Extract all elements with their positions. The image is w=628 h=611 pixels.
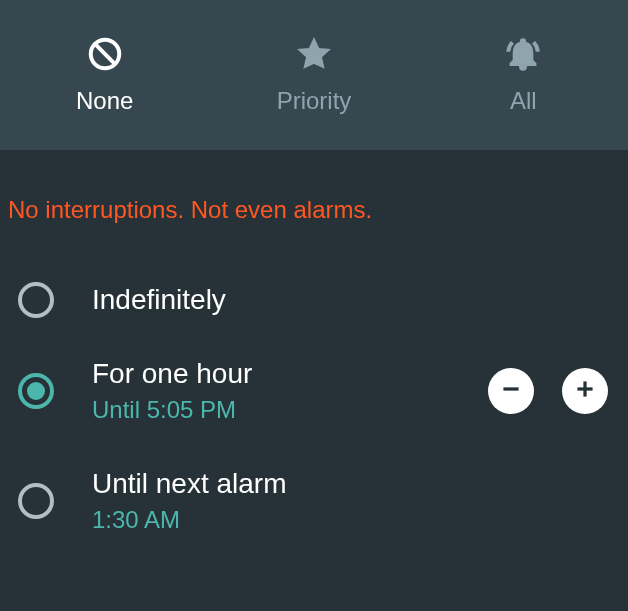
increase-duration-button[interactable] (562, 368, 608, 414)
warning-text: No interruptions. Not even alarms. (0, 196, 628, 264)
radio-indefinitely[interactable] (18, 282, 54, 318)
tab-all-label: All (510, 87, 537, 115)
option-for-one-hour[interactable]: For one hour Until 5:05 PM (0, 336, 628, 446)
duration-steppers (488, 368, 608, 414)
tab-priority[interactable]: Priority (209, 0, 418, 150)
decrease-duration-button[interactable] (488, 368, 534, 414)
block-icon (86, 35, 124, 73)
option-indefinitely-text: Indefinitely (92, 284, 610, 316)
star-icon (295, 35, 333, 73)
interruption-mode-tabs: None Priority All (0, 0, 628, 150)
bell-ring-icon (504, 35, 542, 73)
tab-priority-label: Priority (277, 87, 352, 115)
option-for-one-hour-text: For one hour Until 5:05 PM (92, 358, 488, 424)
option-until-next-alarm-sub: 1:30 AM (92, 506, 610, 534)
option-until-next-alarm[interactable]: Until next alarm 1:30 AM (0, 446, 628, 556)
svg-rect-4 (583, 381, 586, 396)
tab-none-label: None (76, 87, 133, 115)
plus-icon (572, 376, 598, 406)
tab-none[interactable]: None (0, 0, 209, 150)
option-until-next-alarm-text: Until next alarm 1:30 AM (92, 468, 610, 534)
option-for-one-hour-sub: Until 5:05 PM (92, 396, 488, 424)
option-for-one-hour-label: For one hour (92, 358, 488, 390)
radio-for-one-hour[interactable] (18, 373, 54, 409)
tab-all[interactable]: All (419, 0, 628, 150)
option-indefinitely[interactable]: Indefinitely (0, 264, 628, 336)
option-until-next-alarm-label: Until next alarm (92, 468, 610, 500)
svg-line-1 (94, 44, 115, 65)
minus-icon (498, 376, 524, 406)
radio-until-next-alarm[interactable] (18, 483, 54, 519)
option-indefinitely-label: Indefinitely (92, 284, 610, 316)
svg-rect-2 (503, 387, 518, 390)
content-area: No interruptions. Not even alarms. Indef… (0, 150, 628, 556)
